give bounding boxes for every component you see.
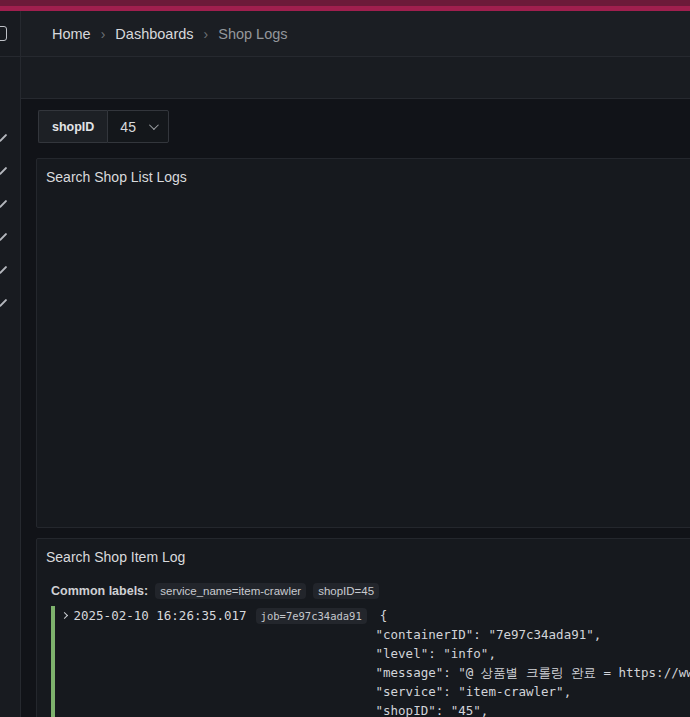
common-labels-caption: Common labels: [51, 584, 148, 598]
breadcrumb-dashboards[interactable]: Dashboards [115, 26, 193, 42]
panel-title[interactable]: Search Shop List Logs [46, 169, 187, 185]
variable-picker-shopid: shopID 45 [38, 110, 169, 143]
log-json-line: "service": "item-crawler", [58, 682, 690, 701]
log-row[interactable]: 2025-02-10 16:26:35.017 job=7e97c34ada91… [51, 606, 690, 717]
breadcrumb: Home › Dashboards › Shop Logs [21, 11, 690, 56]
log-json-open-brace: { [380, 606, 388, 625]
variable-selected-value: 45 [120, 119, 136, 135]
menu-chevron-down-icon[interactable] [0, 200, 7, 208]
label-chip-service-name: service_name=item-crawler [155, 583, 306, 599]
mega-menu-edge [0, 11, 21, 717]
log-first-line: 2025-02-10 16:26:35.017 job=7e97c34ada91… [58, 606, 690, 625]
menu-chevron-down-icon[interactable] [0, 233, 7, 241]
dashboard-controls-bar [21, 57, 690, 99]
breadcrumb-home[interactable]: Home [52, 26, 91, 42]
chevron-down-icon [149, 120, 159, 130]
chevron-right-icon: › [101, 26, 106, 42]
breadcrumb-current-page: Shop Logs [218, 26, 287, 42]
log-json-line: "level": "info", [58, 644, 690, 663]
label-chip-shopid: shopID=45 [313, 583, 379, 599]
menu-chevron-down-icon[interactable] [0, 134, 7, 142]
variable-label: shopID [38, 110, 107, 143]
header-divider [0, 56, 690, 57]
menu-chevron-down-icon[interactable] [0, 167, 7, 175]
log-json-line: "shopID": "45", [58, 701, 690, 717]
log-json-line: "message": "@ 상품별 크롤링 완료 = https://www.z [58, 663, 690, 682]
top-accent-stripe [0, 6, 690, 11]
panel-search-shop-list-logs: Search Shop List Logs [36, 158, 690, 528]
log-timestamp: 2025-02-10 16:26:35.017 [74, 606, 247, 625]
panel-header: Search Shop Item Log [37, 539, 690, 566]
expand-caret-icon[interactable] [60, 612, 67, 619]
chevron-right-icon: › [204, 26, 209, 42]
menu-chevron-down-icon[interactable] [0, 266, 7, 274]
dock-menu-icon[interactable] [0, 26, 7, 41]
panel-header: Search Shop List Logs [37, 159, 690, 186]
panel-title[interactable]: Search Shop Item Log [46, 549, 185, 565]
log-label-chip-job: job=7e97c34ada91 [256, 608, 367, 624]
log-json-line: "containerID": "7e97c34ada91", [58, 625, 690, 644]
panel-search-shop-item-log: Search Shop Item Log Common labels: serv… [36, 538, 690, 717]
variable-value-dropdown[interactable]: 45 [107, 110, 169, 143]
dashboard-canvas: shopID 45 Search Shop List Logs Search S… [21, 100, 690, 717]
log-row-content: 2025-02-10 16:26:35.017 job=7e97c34ada91… [55, 606, 690, 717]
common-labels-row: Common labels: service_name=item-crawler… [51, 582, 690, 600]
menu-chevron-down-icon[interactable] [0, 299, 7, 307]
